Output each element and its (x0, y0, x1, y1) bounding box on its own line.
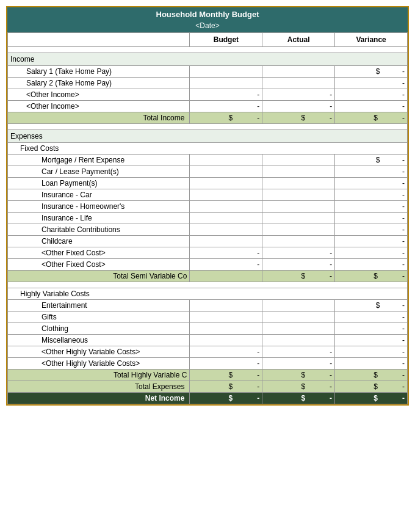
other-income1-variance: - (335, 89, 408, 101)
insurance-home-actual[interactable] (262, 201, 335, 213)
childcare-row: Childcare - (8, 236, 408, 247)
spreadsheet-container: Household Monthly Budget <Date> Budget A… (6, 6, 409, 406)
other-income2-variance: - (335, 101, 408, 112)
other-income2-budget[interactable]: - (190, 101, 262, 112)
childcare-label: Childcare (8, 236, 190, 247)
loan-label: Loan Payment(s) (8, 178, 190, 189)
total-income-budget: $ - (190, 112, 262, 124)
miscellaneous-actual[interactable] (262, 335, 335, 346)
total-hv-budget: $ - (190, 370, 262, 381)
other-fixed1-actual[interactable]: - (262, 247, 335, 259)
page-title: Household Monthly Budget (7, 7, 408, 20)
clothing-actual[interactable] (262, 323, 335, 335)
mortgage-budget[interactable] (190, 155, 262, 166)
other-hv2-label: <Other Highly Variable Costs> (8, 358, 190, 370)
insurance-life-variance: - (335, 213, 408, 224)
other-hv1-row: <Other Highly Variable Costs> - - - (8, 346, 408, 358)
gifts-row: Gifts - (8, 312, 408, 323)
car-lease-label: Car / Lease Payment(s) (8, 166, 190, 178)
gifts-actual[interactable] (262, 312, 335, 323)
insurance-car-actual[interactable] (262, 189, 335, 201)
page-date: <Date> (7, 20, 408, 32)
salary1-budget[interactable] (190, 66, 262, 78)
other-fixed1-budget[interactable]: - (190, 247, 262, 259)
car-lease-variance: - (335, 166, 408, 178)
other-fixed2-actual[interactable]: - (262, 259, 335, 271)
salary2-budget[interactable] (190, 78, 262, 89)
other-fixed1-row: <Other Fixed Cost> - - - (8, 247, 408, 259)
car-lease-row: Car / Lease Payment(s) - (8, 166, 408, 178)
salary1-actual[interactable] (262, 66, 335, 78)
salary1-variance: $ - (335, 66, 408, 78)
entertainment-row: Entertainment $ - (8, 300, 408, 312)
total-expenses-row: Total Expenses $ - $ - $ - (8, 381, 408, 393)
salary2-actual[interactable] (262, 78, 335, 89)
other-hv1-actual[interactable]: - (262, 346, 335, 358)
total-semi-variable-label: Total Semi Variable Co (8, 271, 190, 282)
highly-variable-header: Highly Variable Costs (8, 288, 408, 300)
other-fixed2-budget[interactable]: - (190, 259, 262, 271)
other-income2-actual[interactable]: - (262, 101, 335, 112)
salary2-row: Salary 2 (Take Home Pay) - (8, 78, 408, 89)
insurance-car-row: Insurance - Car - (8, 189, 408, 201)
entertainment-variance: $ - (335, 300, 408, 312)
total-income-actual: $ - (262, 112, 335, 124)
miscellaneous-variance: - (335, 335, 408, 346)
fixed-costs-header: Fixed Costs (8, 143, 408, 155)
other-income2-label: <Other Income> (8, 101, 190, 112)
total-semi-variable-actual: $ - (262, 271, 335, 282)
other-fixed1-variance: - (335, 247, 408, 259)
loan-actual[interactable] (262, 178, 335, 189)
other-fixed1-label: <Other Fixed Cost> (8, 247, 190, 259)
total-hv-label: Total Highly Variable C (8, 370, 190, 381)
other-fixed2-variance: - (335, 259, 408, 271)
insurance-home-label: Insurance - Homeowner's (8, 201, 190, 213)
total-hv-row: Total Highly Variable C $ - $ - $ - (8, 370, 408, 381)
childcare-budget[interactable] (190, 236, 262, 247)
insurance-home-row: Insurance - Homeowner's - (8, 201, 408, 213)
total-income-row: Total Income $ - $ - $ - (8, 112, 408, 124)
loan-budget[interactable] (190, 178, 262, 189)
entertainment-actual[interactable] (262, 300, 335, 312)
total-hv-variance: $ - (335, 370, 408, 381)
car-lease-budget[interactable] (190, 166, 262, 178)
other-income1-actual[interactable]: - (262, 89, 335, 101)
net-income-label: Net Income (8, 393, 190, 404)
car-lease-actual[interactable] (262, 166, 335, 178)
other-hv2-budget[interactable]: - (190, 358, 262, 370)
loan-variance: - (335, 178, 408, 189)
net-income-actual: $ - (262, 393, 335, 404)
charitable-actual[interactable] (262, 224, 335, 236)
net-income-budget: $ - (190, 393, 262, 404)
insurance-car-variance: - (335, 189, 408, 201)
loan-row: Loan Payment(s) - (8, 178, 408, 189)
childcare-variance: - (335, 236, 408, 247)
salary2-variance: - (335, 78, 408, 89)
other-hv2-row: <Other Highly Variable Costs> - - - (8, 358, 408, 370)
insurance-home-budget[interactable] (190, 201, 262, 213)
other-hv2-actual[interactable]: - (262, 358, 335, 370)
actual-header: Actual (262, 33, 335, 47)
income-label: Income (8, 53, 408, 66)
spacer3 (8, 282, 408, 288)
mortgage-actual[interactable] (262, 155, 335, 166)
childcare-actual[interactable] (262, 236, 335, 247)
net-income-variance: $ - (335, 393, 408, 404)
gifts-variance: - (335, 312, 408, 323)
other-hv1-budget[interactable]: - (190, 346, 262, 358)
other-income1-budget[interactable]: - (190, 89, 262, 101)
total-expenses-budget: $ - (190, 381, 262, 393)
insurance-car-budget[interactable] (190, 189, 262, 201)
charitable-variance: - (335, 224, 408, 236)
gifts-budget[interactable] (190, 312, 262, 323)
other-fixed2-row: <Other Fixed Cost> - - - (8, 259, 408, 271)
clothing-budget[interactable] (190, 323, 262, 335)
charitable-budget[interactable] (190, 224, 262, 236)
total-expenses-label: Total Expenses (8, 381, 190, 393)
insurance-life-budget[interactable] (190, 213, 262, 224)
miscellaneous-budget[interactable] (190, 335, 262, 346)
miscellaneous-row: Miscellaneous - (8, 335, 408, 346)
column-headers-row: Budget Actual Variance (8, 33, 408, 47)
insurance-life-actual[interactable] (262, 213, 335, 224)
entertainment-budget[interactable] (190, 300, 262, 312)
